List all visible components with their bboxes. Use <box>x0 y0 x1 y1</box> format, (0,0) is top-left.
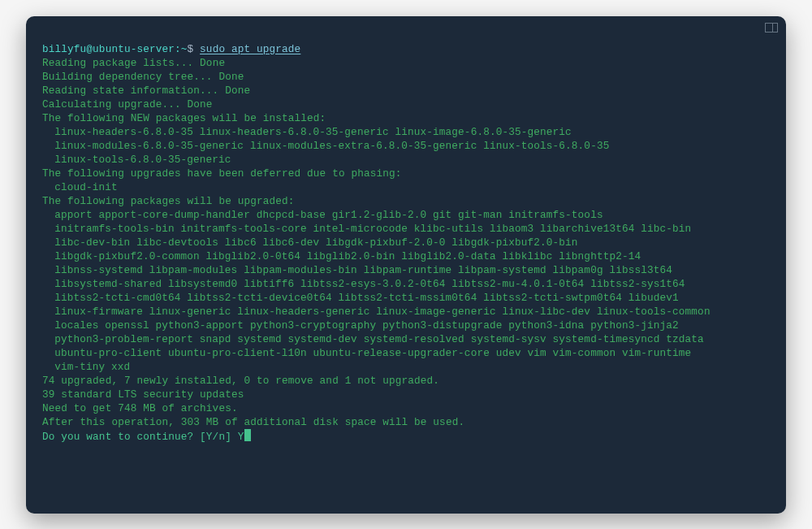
prompt-path: ~ <box>181 43 188 55</box>
upgrade-line: ubuntu-pro-client ubuntu-pro-client-l10n… <box>42 346 691 360</box>
upgrade-line: initramfs-tools-bin initramfs-tools-core… <box>42 222 691 236</box>
new-packages-line: linux-tools-6.8.0-35-generic <box>42 153 231 167</box>
deferred-line: cloud-init <box>42 180 118 194</box>
progress-calc: Calculating upgrade... <box>42 98 181 111</box>
upgrade-line: vim-tiny xxd <box>42 360 130 374</box>
prompt-separator: : <box>175 43 181 55</box>
done-1: Done <box>200 57 225 69</box>
confirm-question: Do you want to continue? [Y/n] <box>42 431 231 443</box>
split-pane-icon[interactable] <box>765 23 778 33</box>
new-packages-header: The following NEW packages will be insta… <box>42 112 326 124</box>
progress-state: Reading state information... <box>42 85 218 97</box>
new-packages-line: linux-headers-6.8.0-35 linux-headers-6.8… <box>42 125 572 139</box>
summary-counts: 74 upgraded, 7 newly installed, 0 to rem… <box>42 375 439 387</box>
summary-download: Need to get 748 MB of archives. <box>42 402 238 414</box>
upgrade-line: linux-firmware linux-generic linux-heade… <box>42 305 710 319</box>
terminal-body[interactable]: billyfu@ubuntu-server:~$ sudo apt upgrad… <box>26 39 786 457</box>
upgrade-header: The following packages will be upgraded: <box>42 195 295 207</box>
command-text: sudo apt upgrade <box>200 43 300 55</box>
upgrade-line: libc-dev-bin libc-devtools libc6 libc6-d… <box>42 236 578 249</box>
upgrade-line: libgdk-pixbuf2.0-common libglib2.0-0t64 … <box>42 249 641 263</box>
upgrade-line: locales openssl python3-apport python3-c… <box>42 319 679 332</box>
upgrade-line: apport apport-core-dump-handler dhcpcd-b… <box>42 208 603 222</box>
deferred-header: The following upgrades have been deferre… <box>42 167 402 180</box>
progress-deptree: Building dependency tree... <box>42 71 213 83</box>
upgrade-line: libtss2-tcti-cmd0t64 libtss2-tcti-device… <box>42 291 679 305</box>
done-3: Done <box>225 85 250 97</box>
prompt-user: billyfu@ubuntu-server <box>42 43 175 55</box>
titlebar <box>26 16 786 39</box>
done-4: Done <box>188 98 213 111</box>
done-2: Done <box>218 71 244 83</box>
summary-security: 39 standard LTS security updates <box>42 388 244 401</box>
cursor-block <box>244 429 251 441</box>
new-packages-line: linux-modules-6.8.0-35-generic linux-mod… <box>42 139 609 153</box>
terminal-window[interactable]: billyfu@ubuntu-server:~$ sudo apt upgrad… <box>26 16 786 514</box>
upgrade-line: libnss-systemd libpam-modules libpam-mod… <box>42 263 672 277</box>
progress-reading: Reading package lists... <box>42 57 193 69</box>
upgrade-line: python3-problem-report snapd systemd sys… <box>42 332 704 346</box>
upgrade-line: libsystemd-shared libsystemd0 libtiff6 l… <box>42 277 685 291</box>
summary-disk: After this operation, 303 MB of addition… <box>42 416 464 428</box>
confirm-answer[interactable]: Y <box>238 431 244 443</box>
prompt-symbol: $ <box>188 43 194 55</box>
